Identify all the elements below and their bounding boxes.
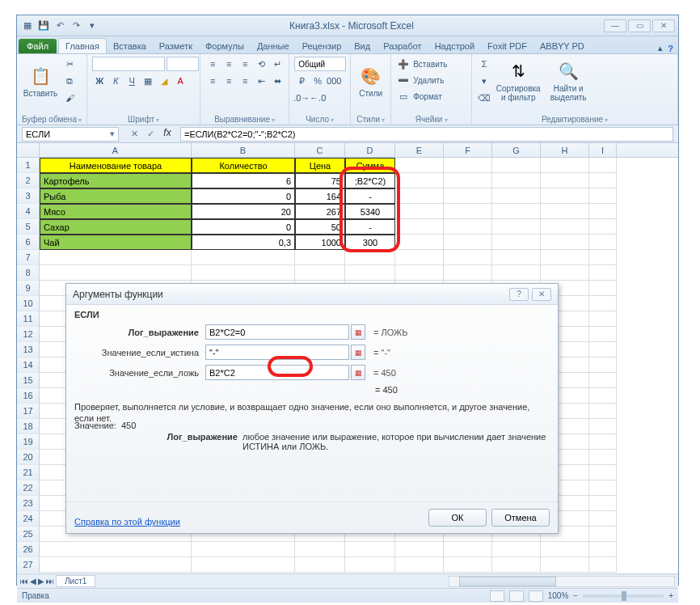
cell[interactable]: 20 bbox=[192, 204, 295, 219]
fill-icon[interactable]: ▾ bbox=[477, 74, 491, 88]
zoom-thumb[interactable] bbox=[622, 591, 626, 601]
cell[interactable] bbox=[541, 557, 589, 573]
cell[interactable] bbox=[492, 265, 541, 281]
row-header[interactable]: 17 bbox=[17, 404, 40, 419]
cell[interactable] bbox=[444, 219, 492, 235]
collapse-dialog-icon[interactable]: ▦ bbox=[351, 365, 365, 380]
tab-formulas[interactable]: Формулы bbox=[199, 39, 251, 53]
cell[interactable]: 0,3 bbox=[192, 235, 295, 250]
cell[interactable]: 5340 bbox=[345, 204, 395, 219]
formula-cancel-icon[interactable]: ✕ bbox=[127, 127, 141, 142]
row-header[interactable]: 10 bbox=[17, 296, 40, 311]
cell[interactable] bbox=[395, 557, 444, 573]
cell[interactable] bbox=[492, 235, 541, 250]
tab-layout[interactable]: Разметк bbox=[153, 39, 199, 53]
row-header[interactable]: 13 bbox=[17, 342, 40, 358]
cell[interactable] bbox=[589, 311, 617, 327]
cell[interactable] bbox=[345, 250, 395, 265]
row-header[interactable]: 12 bbox=[17, 327, 40, 342]
col-header[interactable]: E bbox=[395, 143, 444, 157]
cell[interactable] bbox=[492, 250, 541, 265]
row-header[interactable]: 2 bbox=[17, 173, 40, 188]
cell[interactable] bbox=[589, 465, 617, 480]
cell[interactable]: 1000 bbox=[295, 235, 345, 250]
help-icon[interactable]: ? bbox=[668, 44, 673, 53]
font-name-combo[interactable] bbox=[92, 57, 165, 71]
cell[interactable] bbox=[589, 404, 617, 419]
file-tab[interactable]: Файл bbox=[19, 39, 57, 53]
row-header[interactable]: 19 bbox=[17, 434, 40, 450]
view-normal-icon[interactable] bbox=[490, 590, 504, 602]
sheet-nav-last-icon[interactable]: ⏭ bbox=[46, 577, 54, 586]
cell[interactable]: Мясо bbox=[40, 204, 192, 219]
autosum-icon[interactable]: Σ bbox=[477, 57, 491, 71]
cell[interactable] bbox=[192, 557, 295, 573]
cell[interactable] bbox=[492, 158, 541, 173]
row-header[interactable]: 9 bbox=[17, 281, 40, 296]
cell[interactable]: 0 bbox=[192, 219, 295, 235]
cell[interactable] bbox=[589, 235, 617, 250]
row-header[interactable]: 22 bbox=[17, 480, 40, 496]
sheet-nav-prev-icon[interactable]: ◀ bbox=[30, 577, 36, 586]
align-left-icon[interactable]: ≡ bbox=[205, 74, 220, 88]
ribbon-minimize-icon[interactable]: ▴ bbox=[658, 43, 663, 53]
zoom-slider[interactable] bbox=[583, 594, 664, 598]
minimize-button[interactable]: — bbox=[604, 19, 626, 32]
align-right-icon[interactable]: ≡ bbox=[238, 74, 252, 88]
find-select-button[interactable]: 🔍 Найти и выделить bbox=[545, 57, 592, 105]
tab-home[interactable]: Главная bbox=[58, 38, 107, 53]
cell[interactable] bbox=[444, 173, 492, 188]
cell[interactable] bbox=[192, 265, 295, 281]
redo-icon[interactable]: ↷ bbox=[69, 19, 83, 33]
qat-dropdown-icon[interactable]: ▾ bbox=[85, 19, 99, 33]
cell[interactable] bbox=[589, 358, 617, 373]
merge-icon[interactable]: ⬌ bbox=[270, 74, 285, 88]
row-header[interactable]: 15 bbox=[17, 373, 40, 388]
close-button[interactable]: ✕ bbox=[652, 19, 675, 32]
cell[interactable] bbox=[40, 250, 192, 265]
tab-data[interactable]: Данные bbox=[251, 39, 296, 53]
cell[interactable] bbox=[541, 204, 589, 219]
collapse-dialog-icon[interactable]: ▦ bbox=[351, 345, 365, 360]
cell[interactable] bbox=[192, 250, 295, 265]
cell[interactable]: Рыба bbox=[40, 188, 192, 204]
cell[interactable] bbox=[492, 542, 541, 557]
align-top-icon[interactable]: ≡ bbox=[205, 57, 220, 71]
currency-icon[interactable]: ₽ bbox=[294, 74, 309, 88]
cell[interactable] bbox=[40, 557, 192, 573]
cell[interactable]: 164 bbox=[295, 188, 345, 204]
tab-developer[interactable]: Разработ bbox=[377, 39, 428, 53]
row-header[interactable]: 8 bbox=[17, 265, 40, 281]
cell[interactable] bbox=[589, 173, 617, 188]
cell[interactable] bbox=[492, 188, 541, 204]
cell[interactable] bbox=[589, 419, 617, 434]
cell[interactable] bbox=[345, 557, 395, 573]
col-header[interactable]: B bbox=[192, 143, 295, 157]
arg-input-iffalse[interactable] bbox=[205, 365, 349, 380]
cell[interactable]: - bbox=[345, 219, 395, 235]
cell[interactable] bbox=[444, 235, 492, 250]
cell[interactable] bbox=[395, 542, 444, 557]
cell[interactable] bbox=[395, 204, 444, 219]
cell[interactable] bbox=[444, 158, 492, 173]
cell[interactable] bbox=[589, 527, 617, 542]
cell[interactable] bbox=[444, 542, 492, 557]
col-header[interactable]: F bbox=[444, 143, 492, 157]
format-painter-icon[interactable]: 🖌 bbox=[62, 91, 77, 105]
cancel-button[interactable]: Отмена bbox=[491, 509, 550, 527]
cell[interactable] bbox=[589, 373, 617, 388]
insert-cell-label[interactable]: Вставить bbox=[413, 60, 447, 69]
cell[interactable] bbox=[444, 188, 492, 204]
cell[interactable] bbox=[295, 557, 345, 573]
save-icon[interactable]: 💾 bbox=[36, 19, 51, 33]
cell[interactable] bbox=[395, 235, 444, 250]
cell[interactable] bbox=[589, 250, 617, 265]
tab-view[interactable]: Вид bbox=[348, 39, 377, 53]
comma-icon[interactable]: 000 bbox=[327, 74, 341, 88]
cell[interactable]: - bbox=[345, 188, 395, 204]
cell[interactable] bbox=[589, 219, 617, 235]
row-header[interactable]: 27 bbox=[17, 557, 40, 573]
row-header[interactable]: 20 bbox=[17, 450, 40, 465]
copy-icon[interactable]: ⧉ bbox=[62, 74, 77, 88]
maximize-button[interactable]: ▭ bbox=[628, 19, 651, 32]
